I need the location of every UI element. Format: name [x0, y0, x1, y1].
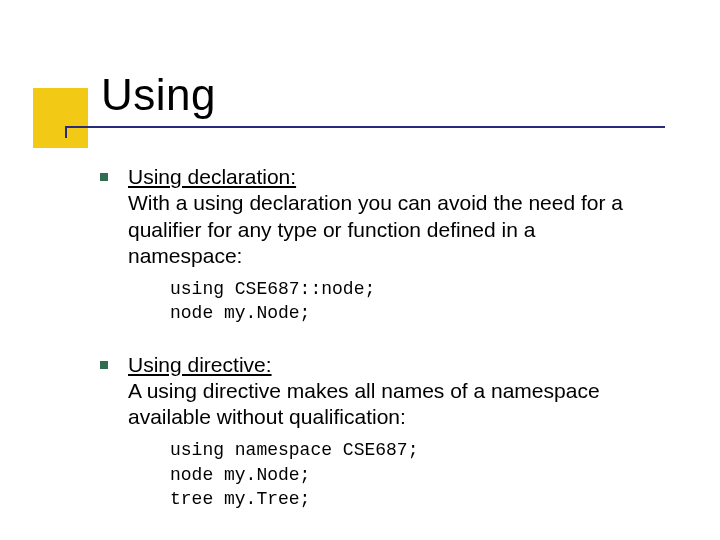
item-heading: Using declaration:: [128, 165, 296, 188]
item-desc: With a using declaration you can avoid t…: [128, 191, 623, 267]
slide-body: Using declaration: With a using declarat…: [100, 164, 655, 529]
title-area: Using: [65, 70, 665, 128]
list-item: Using directive: A using directive makes…: [100, 352, 655, 512]
title-tick: [65, 128, 67, 138]
slide: Using Using declaration: With a using de…: [0, 0, 720, 540]
page-title: Using: [101, 70, 665, 120]
list-item: Using declaration: With a using declarat…: [100, 164, 655, 326]
code-block: using namespace CSE687; node my.Node; tr…: [170, 438, 655, 511]
item-desc: A using directive makes all names of a n…: [128, 379, 600, 428]
square-bullet-icon: [100, 361, 108, 369]
code-block: using CSE687::node; node my.Node;: [170, 277, 655, 326]
item-heading: Using directive:: [128, 353, 272, 376]
square-bullet-icon: [100, 173, 108, 181]
title-underline: [65, 126, 665, 128]
